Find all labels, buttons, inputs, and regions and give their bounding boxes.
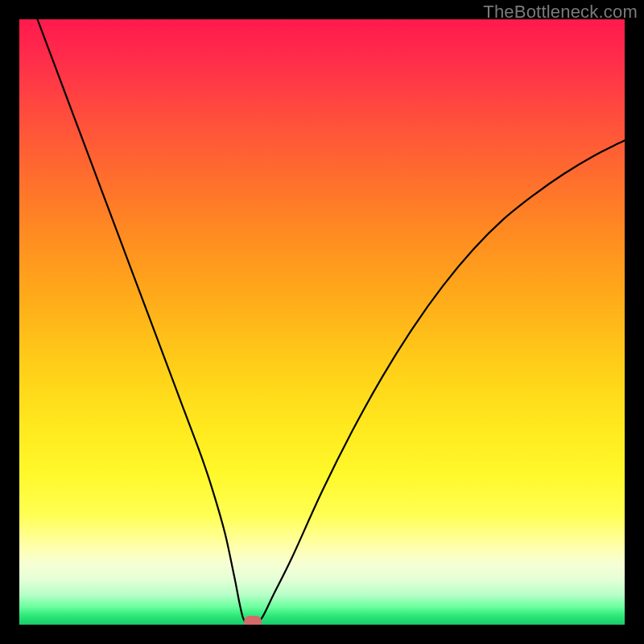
bottleneck-curve — [38, 19, 625, 625]
min-marker — [244, 616, 262, 625]
curve-svg — [19, 19, 625, 625]
chart-frame: TheBottleneck.com — [0, 0, 644, 644]
plot-area — [19, 19, 625, 625]
